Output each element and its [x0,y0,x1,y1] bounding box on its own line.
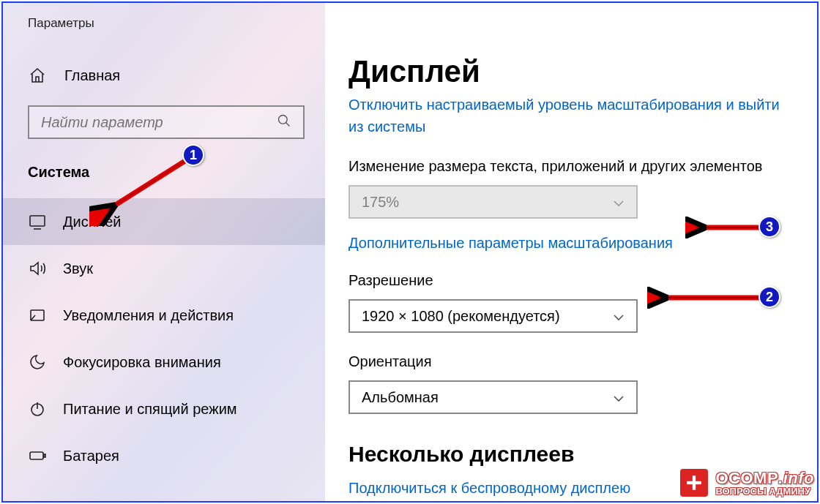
svg-point-0 [279,116,288,124]
settings-content: Дисплей Отключить настраиваемый уровень … [325,3,817,501]
sidebar-item-label: Звук [63,260,93,277]
multiple-displays-header: Несколько дисплеев [348,442,817,467]
focus-icon [28,353,47,372]
power-icon [28,399,47,418]
home-icon [28,66,47,85]
sidebar-item-focus[interactable]: Фокусировка внимания [3,339,325,385]
scale-label: Изменение размера текста, приложений и д… [348,158,817,175]
home-label: Главная [64,67,120,84]
annotation-arrow-2 [647,287,772,309]
sidebar-item-label: Питание и спящий режим [63,401,237,418]
orientation-label: Ориентация [348,353,817,370]
sidebar-item-label: Батарея [63,448,119,464]
sidebar-item-power[interactable]: Питание и спящий режим [3,385,325,432]
chevron-down-icon [613,391,625,403]
orientation-value: Альбомная [362,389,439,406]
search-box[interactable] [28,105,305,139]
annotation-badge-2: 2 [758,286,780,308]
sidebar-item-notifications[interactable]: Уведомления и действия [3,292,325,339]
orientation-dropdown[interactable]: Альбомная [348,380,638,414]
resolution-dropdown[interactable]: 1920 × 1080 (рекомендуется) [348,299,638,333]
sound-icon [28,259,47,278]
nav-list: Дисплей Звук Уведомления и действия Фоку… [3,198,325,479]
svg-rect-7 [30,452,43,459]
annotation-badge-3: 3 [758,216,780,238]
scale-value: 175% [362,194,399,211]
battery-icon [28,446,47,465]
chevron-down-icon [613,310,625,322]
svg-rect-8 [44,454,45,457]
resolution-value: 1920 × 1080 (рекомендуется) [362,308,560,325]
annotation-badge-1: 1 [182,144,204,166]
search-input[interactable] [41,114,268,131]
scale-dropdown: 175% [348,185,638,219]
watermark-plus-icon [679,467,709,498]
display-icon [28,212,47,231]
home-nav[interactable]: Главная [3,66,325,85]
page-title: Дисплей [348,3,817,89]
svg-rect-2 [30,216,45,226]
disable-custom-scaling-link[interactable]: Отключить настраиваемый уровень масштаби… [348,94,817,138]
app-title: Параметры [3,3,325,31]
chevron-down-icon [613,196,625,208]
sidebar-item-battery[interactable]: Батарея [3,432,325,479]
svg-line-11 [108,157,192,210]
search-icon [277,113,291,131]
svg-line-1 [286,123,290,127]
watermark: OCOMP.info ВОПРОСЫ АДМИНУ [679,467,814,498]
sidebar-item-label: Фокусировка внимания [63,354,221,371]
watermark-brand: OCOMP.info [715,470,814,486]
sidebar-item-sound[interactable]: Звук [3,245,325,292]
svg-rect-19 [687,481,702,484]
watermark-tagline: ВОПРОСЫ АДМИНУ [715,486,814,496]
sidebar-item-label: Уведомления и действия [63,307,234,324]
notifications-icon [28,306,47,325]
settings-sidebar: Параметры Главная Система [3,3,325,501]
